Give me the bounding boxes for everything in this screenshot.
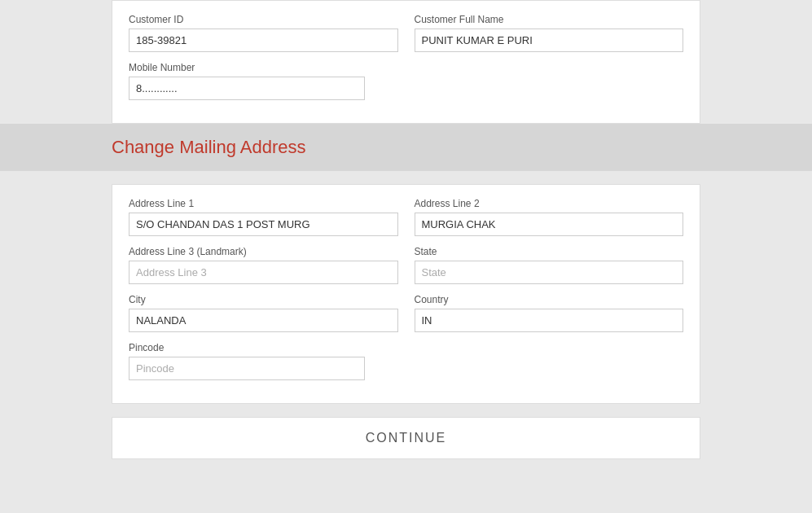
customer-info-card: Customer ID Customer Full Name Mobile Nu… <box>112 0 700 124</box>
pincode-row: Pincode <box>129 342 683 380</box>
address-line1-line2-row: Address Line 1 Address Line 2 <box>129 198 683 236</box>
city-country-row: City Country <box>129 294 683 332</box>
change-mailing-address-header: Change Mailing Address <box>0 124 812 171</box>
state-group: State <box>415 246 684 284</box>
address-line2-label: Address Line 2 <box>415 198 684 209</box>
customer-id-group: Customer ID <box>129 14 398 52</box>
country-group: Country <box>415 294 684 332</box>
state-label: State <box>415 246 684 257</box>
address-line3-input[interactable] <box>129 261 398 284</box>
continue-button[interactable]: CONTINUE <box>112 417 700 459</box>
mobile-number-group: Mobile Number <box>129 62 365 100</box>
city-label: City <box>129 294 398 305</box>
address-line3-state-row: Address Line 3 (Landmark) State <box>129 246 683 284</box>
page-wrapper: Customer ID Customer Full Name Mobile Nu… <box>0 0 812 459</box>
customer-id-label: Customer ID <box>129 14 398 25</box>
pincode-label: Pincode <box>129 342 365 353</box>
section-title: Change Mailing Address <box>112 137 700 158</box>
customer-id-fullname-row: Customer ID Customer Full Name <box>129 14 683 52</box>
customer-id-input[interactable] <box>129 28 398 52</box>
mobile-number-label: Mobile Number <box>129 62 365 73</box>
address-card: Address Line 1 Address Line 2 Address Li… <box>112 184 700 404</box>
address-line2-input[interactable] <box>415 213 684 236</box>
mobile-number-row: Mobile Number <box>129 62 683 100</box>
customer-fullname-group: Customer Full Name <box>415 14 684 52</box>
customer-fullname-label: Customer Full Name <box>415 14 684 25</box>
address-line3-label: Address Line 3 (Landmark) <box>129 246 398 257</box>
address-line1-input[interactable] <box>129 213 398 236</box>
pincode-input[interactable] <box>129 357 365 380</box>
address-line1-label: Address Line 1 <box>129 198 398 209</box>
address-line1-group: Address Line 1 <box>129 198 398 236</box>
customer-fullname-input[interactable] <box>415 28 684 52</box>
pincode-group: Pincode <box>129 342 365 380</box>
country-label: Country <box>415 294 684 305</box>
address-line2-group: Address Line 2 <box>415 198 684 236</box>
address-line3-group: Address Line 3 (Landmark) <box>129 246 398 284</box>
continue-section: CONTINUE <box>112 417 700 459</box>
state-input[interactable] <box>415 261 684 284</box>
city-input[interactable] <box>129 309 398 332</box>
country-input[interactable] <box>415 309 684 332</box>
mobile-number-input[interactable] <box>129 77 365 100</box>
city-group: City <box>129 294 398 332</box>
